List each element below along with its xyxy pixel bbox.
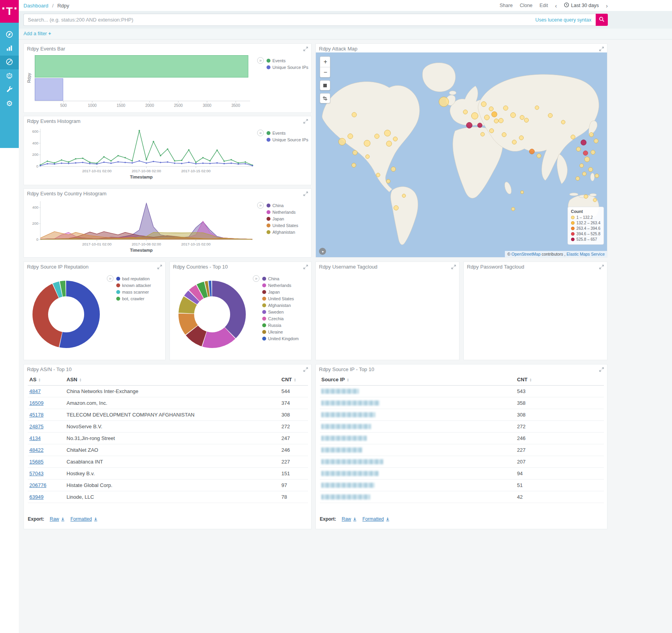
- legend-toggle-button[interactable]: »: [257, 202, 264, 209]
- zoom-in-button[interactable]: +: [320, 57, 330, 67]
- download-icon: [353, 517, 357, 521]
- sidebar-item-dashboard[interactable]: [0, 56, 19, 69]
- panel-title: Rdpy AS/N - Top 10: [27, 366, 72, 372]
- expand-panel-button[interactable]: [599, 47, 604, 51]
- expand-panel-button[interactable]: [599, 367, 604, 372]
- export-row: Export: Raw Formatted: [320, 516, 603, 522]
- bar-chart-icon: [5, 44, 13, 54]
- expand-panel-button[interactable]: [303, 191, 308, 196]
- export-formatted-link[interactable]: Formatted: [362, 516, 390, 522]
- legend-item[interactable]: bad reputation: [116, 275, 151, 282]
- legend-item[interactable]: Ukraine: [262, 328, 299, 335]
- legend-item[interactable]: Japan: [267, 215, 298, 222]
- openstreetmap-link[interactable]: OpenStreetMap: [512, 252, 540, 256]
- legend-toggle-button[interactable]: »: [253, 275, 259, 282]
- fit-bounds-button[interactable]: [320, 80, 330, 90]
- legend-label: Netherlands: [268, 283, 291, 288]
- legend-item[interactable]: Afghanistan: [267, 229, 298, 235]
- attribution-toggle-button[interactable]: ▲: [319, 248, 326, 255]
- export-formatted-link[interactable]: Formatted: [70, 516, 98, 522]
- legend-item[interactable]: bot, crawler: [116, 295, 151, 302]
- as-link[interactable]: 48422: [29, 447, 43, 453]
- as-link[interactable]: 206776: [29, 482, 46, 488]
- legend-color-dot: [267, 204, 270, 207]
- sidebar-item-dev-tools[interactable]: [0, 83, 19, 97]
- legend-toggle-button[interactable]: »: [257, 130, 264, 136]
- as-link[interactable]: 63949: [29, 494, 43, 500]
- legend-item[interactable]: Afghanistan: [262, 302, 299, 308]
- legend-item[interactable]: Russia: [262, 322, 299, 328]
- as-link[interactable]: 57043: [29, 471, 43, 476]
- export-raw-link[interactable]: Raw: [342, 516, 357, 522]
- sidebar-item-visualize[interactable]: [0, 42, 19, 56]
- telekom-logo[interactable]: T: [0, 0, 19, 23]
- search-input[interactable]: [23, 14, 596, 26]
- main-area: Dashboard / Rdpy Share Clone Edit ‹ Last…: [19, 0, 672, 633]
- legend-item[interactable]: United Kingdom: [262, 335, 299, 342]
- expand-icon: [303, 367, 308, 372]
- column-header-cnt[interactable]: CNT▲▼: [280, 374, 308, 386]
- share-button[interactable]: Share: [500, 3, 513, 8]
- sidebar-item-discover[interactable]: [0, 28, 19, 42]
- edit-button[interactable]: Edit: [540, 3, 548, 8]
- svg-text:2017-10-01 02:00: 2017-10-01 02:00: [82, 242, 112, 246]
- legend-item[interactable]: United States: [262, 295, 299, 302]
- column-header-as[interactable]: AS▲▼: [28, 374, 65, 386]
- expand-panel-button[interactable]: [303, 47, 308, 51]
- expand-panel-button[interactable]: [303, 119, 308, 124]
- legend-item[interactable]: mass scanner: [116, 289, 151, 295]
- legend-item[interactable]: Japan: [262, 289, 299, 295]
- sidebar-item-timelion[interactable]: [0, 69, 19, 83]
- legend-toggle-button[interactable]: »: [107, 275, 114, 282]
- time-prev-button[interactable]: ‹: [555, 2, 557, 9]
- expand-panel-button[interactable]: [303, 265, 308, 269]
- legend-item[interactable]: Netherlands: [262, 282, 299, 289]
- attack-count-bubble: [512, 140, 517, 144]
- legend-item[interactable]: Events: [267, 57, 308, 64]
- legend-label: Afghanistan: [272, 230, 295, 234]
- legend-item[interactable]: Sweden: [262, 308, 299, 315]
- time-range-picker[interactable]: Last 30 days: [564, 2, 599, 9]
- as-link[interactable]: 16509: [29, 400, 43, 406]
- count-cell: 374: [280, 397, 308, 409]
- zoom-out-button[interactable]: −: [320, 67, 330, 77]
- expand-panel-button[interactable]: [157, 265, 162, 269]
- attack-count-bubble: [510, 112, 516, 118]
- draw-filter-button[interactable]: [320, 93, 330, 103]
- legend-color-dot: [262, 323, 266, 327]
- column-header-cnt[interactable]: CNT▲▼: [515, 374, 604, 386]
- legend-item[interactable]: China: [262, 275, 299, 282]
- sidebar-item-management[interactable]: ⚙: [0, 97, 19, 110]
- as-link[interactable]: 15685: [29, 459, 43, 465]
- column-header-source-ip[interactable]: Source IP▲▼: [320, 374, 515, 386]
- export-raw-link[interactable]: Raw: [50, 516, 65, 522]
- lucene-syntax-link[interactable]: Uses lucene query syntax: [535, 17, 591, 23]
- legend-item[interactable]: Unique Source IPs: [267, 136, 308, 143]
- as-link[interactable]: 4847: [29, 388, 41, 394]
- add-filter-link[interactable]: Add a filter +: [23, 31, 51, 36]
- attack-map[interactable]: + − ▲ © OpenStreetMap contributors , Ela…: [316, 52, 607, 257]
- legend-item[interactable]: Netherlands: [267, 209, 298, 215]
- time-next-button[interactable]: ›: [606, 2, 608, 9]
- asn-name-cell: Linode, LLC: [65, 491, 280, 503]
- legend-item[interactable]: Czechia: [262, 315, 299, 322]
- as-link[interactable]: 24875: [29, 424, 43, 429]
- expand-panel-button[interactable]: [599, 265, 604, 269]
- legend-item[interactable]: China: [267, 202, 298, 209]
- elastic-maps-link[interactable]: Elastic Maps Service: [567, 252, 605, 256]
- expand-panel-button[interactable]: [303, 367, 308, 372]
- column-header-asn[interactable]: ASN▲▼: [65, 374, 280, 386]
- legend-item[interactable]: United States: [267, 222, 298, 229]
- search-button[interactable]: [596, 14, 608, 26]
- clone-button[interactable]: Clone: [520, 3, 533, 8]
- legend-label: Afghanistan: [268, 303, 291, 308]
- expand-panel-button[interactable]: [451, 265, 456, 269]
- as-link[interactable]: 4134: [29, 435, 41, 441]
- as-link[interactable]: 45178: [29, 412, 43, 418]
- sort-icon: ▲▼: [38, 378, 41, 382]
- legend-item[interactable]: Unique Source IPs: [267, 64, 308, 70]
- legend-toggle-button[interactable]: »: [257, 57, 264, 64]
- legend-item[interactable]: Events: [267, 130, 308, 136]
- legend-item[interactable]: known attacker: [116, 282, 151, 289]
- breadcrumb-dashboard-link[interactable]: Dashboard: [23, 3, 49, 9]
